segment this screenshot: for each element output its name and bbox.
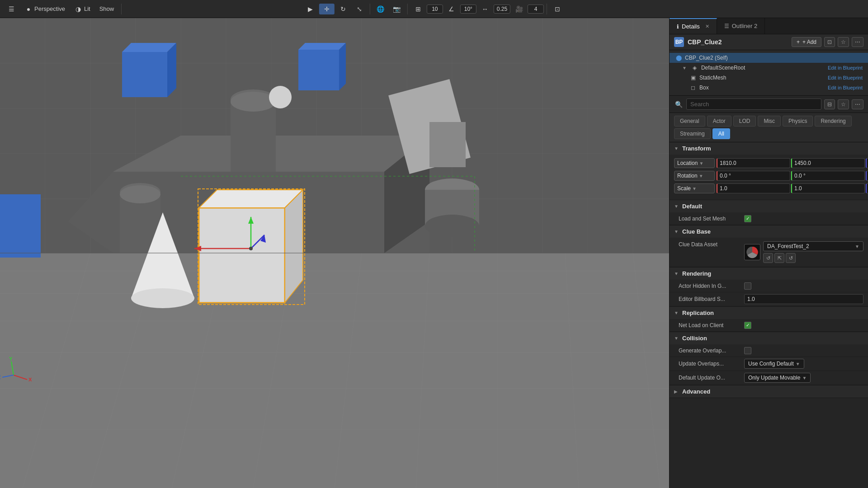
filter-physics[interactable]: Physics bbox=[783, 116, 813, 127]
location-y[interactable] bbox=[791, 158, 865, 168]
lit-button[interactable]: ◑ Lit bbox=[71, 4, 94, 14]
show-button[interactable]: Show bbox=[96, 4, 118, 14]
tree-item-defaultsceneroot[interactable]: ▼ ◈ DefaultSceneRoot Edit in Blueprint bbox=[670, 63, 868, 73]
tree-item-box[interactable]: ◻ Box Edit in Blueprint bbox=[670, 83, 868, 93]
rotation-y[interactable] bbox=[791, 171, 865, 181]
section-clue-base-header[interactable]: ▼ Clue Base bbox=[670, 225, 868, 238]
update-overlaps-label: Update Overlaps... bbox=[679, 361, 744, 367]
translate-tool[interactable]: ✛ bbox=[319, 4, 335, 14]
actor-hidden-checkbox[interactable] bbox=[744, 282, 751, 290]
location-x[interactable] bbox=[717, 158, 790, 168]
tree-root[interactable]: ⬤ CBP_Clue2 (Self) bbox=[670, 53, 868, 63]
tab-details[interactable]: ℹ Details ✕ bbox=[670, 18, 717, 34]
clue-asset-dropdown[interactable]: DA_ForestTest_2 ▼ bbox=[763, 241, 863, 251]
default-scene-root-link[interactable]: Edit in Blueprint bbox=[828, 65, 863, 70]
generate-overlap-checkbox[interactable] bbox=[744, 347, 751, 354]
box-link[interactable]: Edit in Blueprint bbox=[828, 85, 863, 90]
details-tab-close[interactable]: ✕ bbox=[705, 23, 709, 29]
open-icon: ⇱ bbox=[778, 255, 782, 261]
star-button[interactable]: ☆ bbox=[838, 37, 849, 47]
svg-marker-51 bbox=[122, 43, 176, 52]
filter-all[interactable]: All bbox=[712, 128, 730, 139]
rotation-z[interactable] bbox=[866, 171, 868, 181]
rotate-icon: ↻ bbox=[339, 5, 347, 13]
more-filter-button[interactable]: ⋯ bbox=[852, 99, 863, 109]
clue-asset-thumbnail[interactable] bbox=[744, 244, 760, 260]
menu-button[interactable]: ☰ bbox=[4, 4, 19, 14]
properties-scroll[interactable]: ▼ Transform Location ▼ bbox=[670, 142, 868, 488]
camera-icon: 📷 bbox=[393, 5, 401, 13]
clue-base-title: Clue Base bbox=[682, 228, 711, 235]
blueprint-icon: BP bbox=[674, 37, 684, 47]
tree-item-staticmesh[interactable]: ▣ StaticMesh Edit in Blueprint bbox=[670, 73, 868, 83]
transform-title: Transform bbox=[682, 145, 711, 152]
section-default: ▼ Default Load and Set Mesh ✓ bbox=[670, 200, 868, 225]
filter-general[interactable]: General bbox=[674, 116, 705, 127]
section-advanced-header[interactable]: ▶ Advanced bbox=[670, 385, 868, 398]
rotation-x[interactable] bbox=[717, 171, 790, 181]
angle-snap-btn[interactable]: ∠ bbox=[444, 4, 459, 14]
center-toolbar: ▶ ✛ ↻ ⤡ 🌐 📷 ⊞ 10 ∠ 10° ↔ 0.25 bbox=[303, 4, 565, 14]
section-rendering-header[interactable]: ▼ Rendering bbox=[670, 267, 868, 280]
view-options-button[interactable]: ⊡ bbox=[824, 37, 835, 47]
section-replication-header[interactable]: ▼ Replication bbox=[670, 307, 868, 319]
viewport[interactable]: X Y Z bbox=[0, 18, 669, 488]
star-filter-button[interactable]: ☆ bbox=[838, 99, 849, 109]
location-dropdown[interactable]: Location ▼ bbox=[674, 158, 715, 168]
section-collision-header[interactable]: ▼ Collision bbox=[670, 332, 868, 344]
world-space-btn[interactable]: 🌐 bbox=[373, 4, 388, 14]
net-load-value: ✓ bbox=[744, 322, 863, 329]
rotation-dropdown[interactable]: Rotation ▼ bbox=[674, 171, 715, 181]
table-view-button[interactable]: ⊟ bbox=[824, 99, 835, 109]
more-options-button[interactable]: ⋯ bbox=[852, 37, 863, 47]
camera-icon-btn[interactable]: 📷 bbox=[389, 4, 405, 14]
rotate-tool[interactable]: ↻ bbox=[335, 4, 351, 14]
camera-speed-btn[interactable]: 🎥 bbox=[511, 4, 527, 14]
blueprint-title: CBP_Clue2 bbox=[688, 38, 722, 46]
filter-streaming[interactable]: Streaming bbox=[674, 128, 711, 139]
update-overlaps-arrow: ▼ bbox=[796, 361, 800, 366]
filter-misc[interactable]: Misc bbox=[758, 116, 781, 127]
collision-arrow: ▼ bbox=[674, 336, 679, 341]
filter-tabs: General Actor LOD Misc Physics Rendering… bbox=[670, 113, 868, 142]
location-z[interactable] bbox=[866, 158, 868, 168]
billboard-scale-input[interactable] bbox=[744, 294, 863, 304]
clue-asset-reset[interactable]: ↺ bbox=[786, 253, 796, 263]
static-mesh-link[interactable]: Edit in Blueprint bbox=[828, 75, 863, 80]
search-input[interactable] bbox=[686, 99, 821, 110]
outliner-icon: ☰ bbox=[724, 23, 729, 29]
location-label-wrapper: Location ▼ bbox=[674, 158, 715, 168]
load-set-mesh-checkbox[interactable]: ✓ bbox=[744, 215, 751, 222]
update-overlaps-dropdown[interactable]: Use Config Default ▼ bbox=[744, 359, 804, 369]
default-update-dropdown[interactable]: Only Update Movable ▼ bbox=[744, 373, 811, 383]
filter-rendering[interactable]: Rendering bbox=[815, 116, 851, 127]
grid-snap-btn[interactable]: ⊞ bbox=[410, 4, 426, 14]
prop-default-update: Default Update O... Only Update Movable … bbox=[670, 371, 868, 385]
layout-btn[interactable]: ⊡ bbox=[550, 4, 565, 14]
scale-y[interactable] bbox=[791, 183, 865, 193]
section-default-header[interactable]: ▼ Default bbox=[670, 200, 868, 212]
svg-rect-72 bbox=[429, 122, 466, 167]
rendering-title: Rendering bbox=[682, 270, 711, 277]
prop-billboard-scale: Editor Billboard S... bbox=[670, 292, 868, 306]
scale-dropdown[interactable]: Scale ▼ bbox=[674, 183, 715, 193]
scale-arrow: ▼ bbox=[692, 186, 697, 191]
clue-asset-refresh[interactable]: ↺ bbox=[763, 253, 773, 263]
scale-snap-btn[interactable]: ↔ bbox=[477, 4, 493, 14]
net-load-checkbox[interactable]: ✓ bbox=[744, 322, 751, 329]
asset-dropdown-arrow: ▼ bbox=[855, 244, 859, 249]
select-tool[interactable]: ▶ bbox=[303, 4, 318, 14]
filter-actor[interactable]: Actor bbox=[707, 116, 731, 127]
section-transform-header[interactable]: ▼ Transform bbox=[670, 142, 868, 155]
scale-z[interactable] bbox=[866, 183, 868, 193]
scale-x[interactable] bbox=[717, 183, 790, 193]
root-component-icon: ⬤ bbox=[675, 54, 682, 61]
scale-tool[interactable]: ⤡ bbox=[352, 4, 367, 14]
perspective-button[interactable]: ● Perspective bbox=[21, 4, 69, 14]
filter-lod[interactable]: LOD bbox=[733, 116, 756, 127]
tab-outliner2[interactable]: ☰ Outliner 2 bbox=[717, 18, 765, 34]
replication-title: Replication bbox=[682, 310, 714, 316]
add-button[interactable]: + + Add bbox=[792, 37, 821, 47]
light-icon: ◑ bbox=[74, 5, 82, 13]
clue-asset-open[interactable]: ⇱ bbox=[774, 253, 784, 263]
